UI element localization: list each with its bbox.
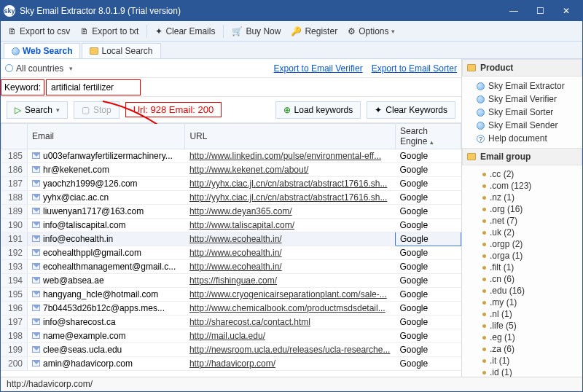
cell-url[interactable]: http://www.linkedin.com/pulse/environmen… <box>185 149 396 163</box>
cell-url[interactable]: http://yyhx.ciac.jl.cn/cn/abstract/abstr… <box>185 191 396 205</box>
row-number: 186 <box>1 163 28 177</box>
col-url[interactable]: URL <box>185 124 396 149</box>
bullet-icon <box>482 266 486 270</box>
keyword-input[interactable] <box>46 79 141 95</box>
tab-local-search[interactable]: Local Search <box>82 43 160 58</box>
cell-url[interactable]: http://www.ecohealth.in/ <box>185 246 396 260</box>
cell-url[interactable]: https://fishinguae.com/ <box>185 274 396 288</box>
col-email[interactable]: Email <box>28 124 185 149</box>
product-item[interactable]: Sky Email Sender <box>466 119 578 132</box>
table-row[interactable]: 197 info@sharecost.ca http://sharecost.c… <box>1 315 461 329</box>
table-row[interactable]: 190 info@taliscapital.com http://www.tal… <box>1 219 461 232</box>
cell-url[interactable]: http://www.kekenet.com/about/ <box>185 163 396 177</box>
table-row[interactable]: 189 liuwenyan1717@163.com http://www.dey… <box>1 205 461 219</box>
cell-engine: Google <box>396 219 461 232</box>
help-item[interactable]: ?Help document <box>466 132 578 145</box>
email-group-item[interactable]: .id (1) <box>466 366 578 377</box>
globe-icon <box>477 122 485 130</box>
export-csv-button[interactable]: 🗎Export to csv <box>4 24 74 39</box>
export-verifier-link[interactable]: Export to Email Verifier <box>274 63 363 74</box>
email-group-item[interactable]: .orga (1) <box>466 250 578 262</box>
cell-email: yaochzh1999@126.com <box>28 177 185 191</box>
email-group-item[interactable]: .net (7) <box>466 215 578 227</box>
product-item[interactable]: Sky Email Sorter <box>466 106 578 119</box>
export-sorter-link[interactable]: Export to Email Sorter <box>372 63 457 74</box>
globe-icon <box>477 95 485 103</box>
product-item[interactable]: Sky Email Extractor <box>466 79 578 93</box>
cell-url[interactable]: http://hadavicorp.com/ <box>185 357 396 371</box>
table-row[interactable]: 200 amin@hadavicorp.com http://hadavicor… <box>1 357 461 371</box>
table-row[interactable]: 196 7b04453d26b12c@apps.mes... http://ww… <box>1 302 461 315</box>
email-group-item[interactable]: .my (1) <box>466 297 578 308</box>
col-num[interactable] <box>1 124 28 149</box>
email-group-item[interactable]: .filt (1) <box>466 262 578 273</box>
table-row[interactable]: 195 hangyang_hcle@hotmail.com http://www… <box>1 288 461 302</box>
row-number: 200 <box>1 357 28 371</box>
table-row[interactable]: 185 u003efanwayfertilizermachinery... ht… <box>1 149 461 163</box>
results-grid[interactable]: Email URL Search Engine ▴ 185 u003efanwa… <box>1 123 461 377</box>
email-group-item[interactable]: .edu (16) <box>466 285 578 297</box>
clear-keywords-button[interactable]: ✦Clear Keywords <box>367 101 455 119</box>
export-txt-button[interactable]: 🗎Export to txt <box>76 24 143 39</box>
email-group-item[interactable]: .org (16) <box>466 203 578 215</box>
table-row[interactable]: 199 clee@seas.ucla.edu http://newsroom.u… <box>1 343 461 357</box>
email-group-item[interactable]: .it (1) <box>466 355 578 366</box>
table-row[interactable]: 187 yaochzh1999@126.com http://yyhx.ciac… <box>1 177 461 191</box>
product-panel-header: Product <box>462 59 582 77</box>
register-button[interactable]: 🔑Register <box>286 24 342 39</box>
table-row[interactable]: 194 web@absea.ae https://fishinguae.com/… <box>1 274 461 288</box>
separator <box>146 25 147 38</box>
cell-url[interactable]: http://mail.ucla.edu/ <box>185 329 396 343</box>
table-row[interactable]: 191 info@ecohealth.in http://www.ecoheal… <box>1 232 461 246</box>
cell-email: info@taliscapital.com <box>28 219 185 232</box>
close-button[interactable]: ✕ <box>553 3 579 19</box>
email-group-item[interactable]: .nl (1) <box>466 308 578 320</box>
row-number: 188 <box>1 191 28 205</box>
email-group-item[interactable]: .uk (2) <box>466 227 578 238</box>
table-row[interactable]: 186 hr@kekenet.com http://www.kekenet.co… <box>1 163 461 177</box>
maximize-button[interactable]: ☐ <box>527 3 553 19</box>
email-group-item[interactable]: .za (6) <box>466 343 578 355</box>
search-button[interactable]: ▷Search▾ <box>7 101 68 119</box>
cell-engine: Google <box>396 302 461 315</box>
email-group-item[interactable]: .cn (6) <box>466 273 578 285</box>
tab-web-search[interactable]: Web Search <box>4 43 80 58</box>
product-item[interactable]: Sky Email Verifier <box>466 93 578 106</box>
cell-email: yyhx@ciac.ac.cn <box>28 191 185 205</box>
cell-email: hangyang_hcle@hotmail.com <box>28 288 185 302</box>
table-row[interactable]: 192 ecohealthppl@gmail.com http://www.ec… <box>1 246 461 260</box>
cell-url[interactable]: http://www.ecohealth.in/ <box>185 232 396 246</box>
table-row[interactable]: 193 ecohealthmanagement@gmail.c... http:… <box>1 260 461 274</box>
country-dropdown[interactable]: All countries▾ <box>5 63 73 74</box>
cell-url[interactable]: http://www.cryogenicairseparationplant.c… <box>185 288 396 302</box>
clear-emails-button[interactable]: ✦Clear Emails <box>151 24 219 39</box>
email-group-item[interactable]: .orgp (2) <box>466 238 578 250</box>
cell-url[interactable]: http://sharecost.ca/contact.html <box>185 315 396 329</box>
load-keywords-button[interactable]: ⊕Load keywords <box>275 101 361 119</box>
email-group-item[interactable]: .com (123) <box>466 180 578 192</box>
bullet-icon <box>482 278 486 281</box>
mail-icon <box>32 332 40 339</box>
cell-url[interactable]: http://www.taliscapital.com/ <box>185 219 396 232</box>
email-group-item[interactable]: .eg (1) <box>466 332 578 343</box>
table-row[interactable]: 188 yyhx@ciac.ac.cn http://yyhx.ciac.jl.… <box>1 191 461 205</box>
cell-engine: Google <box>396 274 461 288</box>
buy-now-button[interactable]: 🛒Buy Now <box>227 24 285 39</box>
filter-bar: All countries▾ Export to Email Verifier … <box>1 59 461 78</box>
email-group-item[interactable]: .cc (2) <box>466 168 578 180</box>
col-engine[interactable]: Search Engine ▴ <box>396 124 461 149</box>
cell-url[interactable]: http://yyhx.ciac.jl.cn/cn/abstract/abstr… <box>185 177 396 191</box>
email-group-item[interactable]: .life (5) <box>466 320 578 332</box>
globe-icon <box>12 47 20 55</box>
cell-url[interactable]: http://www.ecohealth.in/ <box>185 260 396 274</box>
cell-url[interactable]: http://www.chemicalbook.com/productmsdsd… <box>185 302 396 315</box>
cell-url[interactable]: http://www.deyan365.com/ <box>185 205 396 219</box>
email-group-item[interactable]: .nz (1) <box>466 192 578 203</box>
mail-icon <box>32 249 40 256</box>
minimize-button[interactable]: — <box>501 3 527 19</box>
options-button[interactable]: ⚙Options ▾ <box>343 24 399 39</box>
bullet-icon <box>482 243 486 246</box>
cell-url[interactable]: http://newsroom.ucla.edu/releases/ucla-r… <box>185 343 396 357</box>
table-row[interactable]: 198 name@example.com http://mail.ucla.ed… <box>1 329 461 343</box>
bullet-icon <box>482 254 486 258</box>
